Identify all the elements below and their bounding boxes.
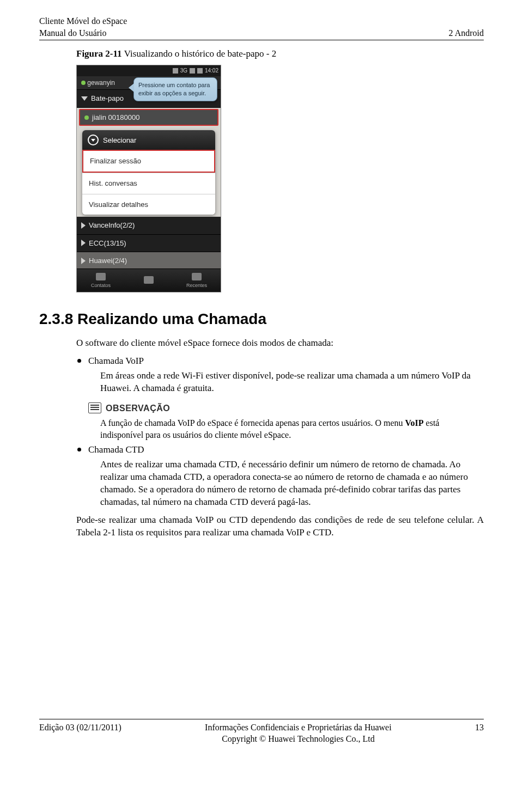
- group-label: ECC(13/15): [89, 239, 126, 248]
- page-header: Cliente Móvel do eSpace Manual do Usuári…: [39, 15, 484, 40]
- note-text-pre: A função de chamada VoIP do eSpace é for…: [100, 418, 405, 428]
- caret-right-icon: [81, 222, 86, 229]
- menu-item-history[interactable]: Hist. conversas: [82, 173, 215, 194]
- ctd-description: Antes de realizar uma chamada CTD, é nec…: [100, 459, 484, 509]
- phone-bottombar: Contatos Recentes: [77, 268, 221, 292]
- presence-dot-icon: [81, 81, 86, 85]
- phone-screenshot: 3G 14:02 Pressione um contato para exibi…: [76, 65, 221, 292]
- context-menu: Selecionar Finalizar sessão Hist. conver…: [82, 130, 215, 215]
- closing-paragraph: Pode-se realizar uma chamada VoIP ou CTD…: [76, 514, 484, 539]
- footer-confidential: Informações Confidenciais e Proprietária…: [121, 722, 475, 734]
- bullet-ctd: Chamada CTD Antes de realizar uma chamad…: [76, 444, 484, 509]
- menu-item-select[interactable]: Selecionar: [82, 130, 215, 150]
- header-rule: [39, 40, 484, 40]
- tab-recent[interactable]: Recentes: [173, 273, 220, 289]
- footer-edition: Edição 03 (02/11/2011): [39, 722, 121, 745]
- book-icon: [88, 402, 101, 413]
- figure-label: Figura 2-11: [76, 48, 122, 59]
- signal-icon: 3G: [180, 67, 187, 75]
- tab-center[interactable]: [125, 276, 172, 285]
- menu-item-view-details[interactable]: Visualizar detalhes: [82, 194, 215, 215]
- signal-bars-icon: [190, 68, 195, 74]
- phone-statusbar: 3G 14:02: [77, 65, 221, 76]
- group-label: Huawei(2/4): [89, 256, 127, 266]
- caret-down-icon: [81, 96, 88, 101]
- section-heading: 2.3.8 Realizando uma Chamada: [39, 309, 484, 329]
- group-ecc[interactable]: ECC(13/15): [77, 235, 221, 253]
- group-vanceinfo[interactable]: VanceInfo(2/2): [77, 217, 221, 235]
- battery-icon: [197, 68, 203, 74]
- section-label: Bate-papo: [91, 94, 124, 103]
- header-left-1: Cliente Móvel do eSpace: [39, 15, 127, 27]
- bullet-label: Chamada CTD: [88, 444, 144, 455]
- figure-text: Visualizando o histórico de bate-papo - …: [124, 48, 276, 59]
- caret-right-icon: [81, 240, 86, 246]
- observation-note: A função de chamada VoIP do eSpace é for…: [100, 417, 484, 441]
- footer-rule: [39, 719, 484, 719]
- figure-caption: Figura 2-11 Visualizando o histórico de …: [76, 48, 484, 60]
- page-footer: Edição 03 (02/11/2011) Informações Confi…: [39, 714, 484, 745]
- menu-label: Selecionar: [103, 136, 136, 145]
- clock-label: 14:02: [205, 67, 218, 75]
- chevron-down-circle-icon: [88, 135, 99, 145]
- notification-icon: [173, 68, 178, 74]
- note-bold: VoIP: [405, 418, 424, 428]
- footer-copyright: Copyright © Huawei Technologies Co., Ltd: [121, 733, 475, 745]
- presence-dot-icon: [84, 115, 89, 120]
- observation-box: OBSERVAÇÃO: [88, 402, 484, 414]
- observation-label: OBSERVAÇÃO: [106, 402, 170, 414]
- menu-item-end-session[interactable]: Finalizar sessão: [82, 150, 215, 173]
- contact-label: jialin 00180000: [92, 113, 139, 123]
- contacts-icon: [96, 273, 106, 280]
- contact-label: gewanyin: [87, 79, 115, 87]
- recent-icon: [192, 273, 202, 280]
- tab-label: Recentes: [186, 283, 207, 288]
- caret-right-icon: [81, 258, 86, 264]
- header-right: 2 Android: [449, 27, 484, 39]
- group-label: VanceInfo(2/2): [89, 221, 135, 230]
- group-huawei[interactable]: Huawei(2/4): [77, 252, 221, 270]
- tab-contacts[interactable]: Contatos: [77, 273, 124, 289]
- bullet-label: Chamada VoIP: [88, 356, 144, 366]
- help-tooltip: Pressione um contato para exibir as opçõ…: [133, 77, 217, 101]
- tab-label: Contatos: [91, 283, 111, 288]
- voip-description: Em áreas onde a rede Wi-Fi estiver dispo…: [100, 370, 484, 395]
- page-number: 13: [475, 722, 484, 745]
- contact-row-jialin[interactable]: jialin 00180000: [79, 109, 218, 126]
- header-left-2: Manual do Usuário: [39, 27, 107, 39]
- phone-icon: [144, 276, 154, 284]
- intro-paragraph: O software do cliente móvel eSpace forne…: [76, 337, 484, 350]
- bullet-voip: Chamada VoIP Em áreas onde a rede Wi-Fi …: [76, 355, 484, 441]
